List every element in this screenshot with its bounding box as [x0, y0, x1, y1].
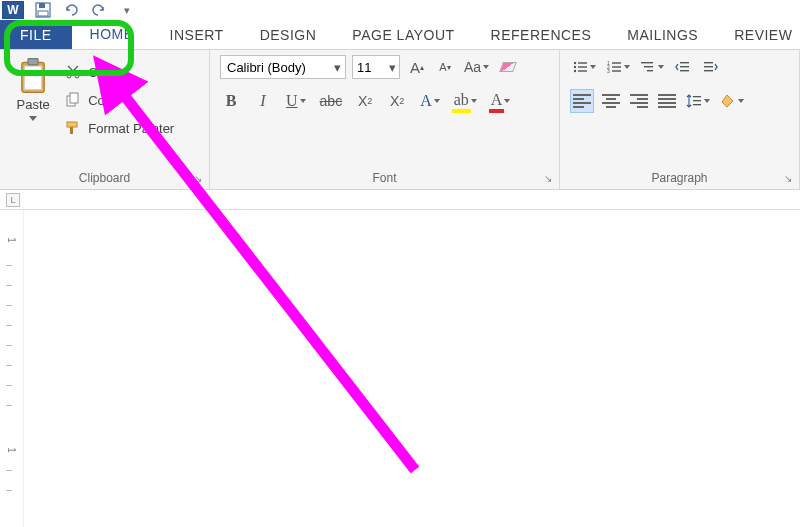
change-case-button[interactable]: Aa: [462, 55, 491, 79]
justify-button[interactable]: [656, 89, 678, 113]
svg-rect-19: [612, 62, 621, 63]
font-size-input[interactable]: [353, 60, 387, 75]
svg-point-6: [67, 74, 71, 78]
highlight-button[interactable]: ab: [452, 89, 479, 113]
copy-button[interactable]: Copy: [64, 89, 199, 111]
align-right-button[interactable]: [628, 89, 650, 113]
group-clipboard-label: Clipboard ↘: [0, 169, 209, 189]
paste-button[interactable]: Paste: [10, 55, 56, 169]
quick-access-toolbar: ▾: [34, 1, 136, 19]
document-page[interactable]: [24, 210, 800, 527]
svg-rect-17: [578, 70, 587, 71]
ruler-mark: 1: [6, 237, 17, 243]
svg-rect-2: [38, 11, 48, 16]
ribbon: Paste Cut Copy: [0, 50, 800, 190]
ribbon-tabs: FILE HOME INSERT DESIGN PAGE LAYOUT REFE…: [0, 20, 800, 50]
svg-rect-11: [70, 127, 73, 134]
font-name-select[interactable]: ▾: [220, 55, 346, 79]
tab-review[interactable]: REVIEW: [716, 20, 796, 49]
svg-rect-5: [28, 59, 38, 65]
svg-rect-15: [578, 66, 587, 67]
strikethrough-button[interactable]: abc: [318, 89, 345, 113]
clear-formatting-button[interactable]: [497, 55, 519, 79]
qat-customize-icon[interactable]: ▾: [118, 1, 136, 19]
grow-font-button[interactable]: A▴: [406, 55, 428, 79]
decrease-indent-button[interactable]: [672, 55, 694, 79]
paintbrush-icon: [64, 119, 82, 137]
tab-design[interactable]: DESIGN: [242, 20, 335, 49]
underline-button[interactable]: U: [284, 89, 308, 113]
save-icon[interactable]: [34, 1, 52, 19]
tab-insert[interactable]: INSERT: [152, 20, 242, 49]
copy-label: Copy: [88, 93, 118, 108]
document-area: 1 1: [0, 210, 800, 527]
svg-rect-4: [24, 66, 42, 90]
vertical-ruler[interactable]: 1 1: [0, 210, 24, 527]
svg-rect-10: [67, 122, 77, 127]
line-spacing-button[interactable]: [684, 89, 712, 113]
redo-icon[interactable]: [90, 1, 108, 19]
paragraph-launcher-icon[interactable]: ↘: [783, 173, 793, 183]
multilevel-list-button[interactable]: [638, 55, 666, 79]
title-bar: W ▾: [0, 0, 800, 20]
font-launcher-icon[interactable]: ↘: [543, 173, 553, 183]
superscript-button[interactable]: X2: [386, 89, 408, 113]
align-center-button[interactable]: [600, 89, 622, 113]
align-left-button[interactable]: [570, 89, 594, 113]
format-painter-button[interactable]: Format Painter: [64, 117, 199, 139]
group-font: ▾ ▾ A▴ A▾ Aa B I U abc X2 X2 A ab: [210, 50, 560, 189]
svg-rect-23: [612, 70, 621, 71]
svg-rect-33: [693, 96, 701, 97]
clipboard-launcher-icon[interactable]: ↘: [193, 173, 203, 183]
bullets-button[interactable]: [570, 55, 598, 79]
subscript-button[interactable]: X2: [354, 89, 376, 113]
tab-selector[interactable]: L: [6, 193, 20, 207]
svg-rect-34: [693, 100, 701, 101]
group-paragraph: 123: [560, 50, 800, 189]
align-right-icon: [630, 94, 648, 108]
align-justify-icon: [658, 94, 676, 108]
group-font-label: Font ↘: [210, 169, 559, 189]
paste-dropdown-icon[interactable]: [29, 116, 37, 121]
chevron-down-icon[interactable]: ▾: [330, 60, 346, 75]
app-icon: W: [2, 1, 24, 19]
increase-indent-button[interactable]: [700, 55, 722, 79]
font-color-button[interactable]: A: [489, 89, 513, 113]
align-left-icon: [573, 94, 591, 108]
tab-mailings[interactable]: MAILINGS: [609, 20, 716, 49]
tab-home[interactable]: HOME: [72, 20, 152, 49]
svg-point-12: [574, 62, 576, 64]
svg-text:3: 3: [607, 68, 610, 74]
font-size-select[interactable]: ▾: [352, 55, 400, 79]
cut-button[interactable]: Cut: [64, 61, 199, 83]
text-effects-button[interactable]: A: [418, 89, 442, 113]
svg-rect-27: [680, 62, 689, 63]
paste-label: Paste: [16, 97, 49, 112]
chevron-down-icon[interactable]: ▾: [387, 60, 399, 75]
svg-rect-29: [680, 70, 689, 71]
eraser-icon: [499, 62, 517, 72]
svg-point-7: [75, 74, 79, 78]
tab-page-layout[interactable]: PAGE LAYOUT: [334, 20, 472, 49]
tab-file[interactable]: FILE: [0, 20, 72, 49]
svg-rect-1: [39, 3, 45, 8]
align-center-icon: [602, 94, 620, 108]
tab-references[interactable]: REFERENCES: [473, 20, 610, 49]
undo-icon[interactable]: [62, 1, 80, 19]
shrink-font-button[interactable]: A▾: [434, 55, 456, 79]
svg-rect-35: [693, 104, 701, 105]
svg-rect-30: [704, 62, 713, 63]
font-name-input[interactable]: [221, 60, 330, 75]
italic-button[interactable]: I: [252, 89, 274, 113]
svg-rect-28: [680, 66, 689, 67]
svg-rect-25: [644, 66, 653, 67]
horizontal-ruler[interactable]: L: [0, 190, 800, 210]
shading-button[interactable]: [718, 89, 746, 113]
group-paragraph-label: Paragraph ↘: [560, 169, 799, 189]
svg-point-16: [574, 70, 576, 72]
bold-button[interactable]: B: [220, 89, 242, 113]
cut-label: Cut: [88, 65, 108, 80]
numbering-button[interactable]: 123: [604, 55, 632, 79]
svg-rect-24: [641, 62, 653, 63]
svg-rect-9: [70, 93, 78, 103]
